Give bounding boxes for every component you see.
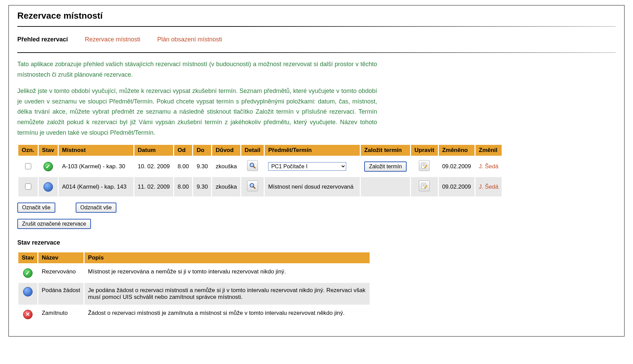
col-subject: Předmět/Termín xyxy=(265,145,360,156)
cell-changed: 09.02.2009 xyxy=(439,157,474,176)
row-checkbox[interactable] xyxy=(25,163,31,169)
cell-to: 9.30 xyxy=(193,157,211,176)
col-room: Místnost xyxy=(59,145,133,156)
legend-name: Podána žádost xyxy=(38,283,83,305)
divider xyxy=(17,52,616,53)
row-checkbox[interactable] xyxy=(25,184,31,190)
edit-icon[interactable] xyxy=(419,180,430,191)
cell-room: A-103 (Karmel) - kap. 30 xyxy=(59,157,133,176)
legend-row: RezervovánoMístnost je rezervována a nem… xyxy=(18,264,370,282)
legend-col-desc: Popis xyxy=(85,252,370,263)
intro-paragraph-2: Jelikož jste v tomto období vyučující, m… xyxy=(17,86,377,138)
cell-subject: PC1 Počítače I xyxy=(265,157,360,176)
legend-desc: Je podána žádost o rezervaci místnosti a… xyxy=(85,283,370,305)
col-status: Stav xyxy=(39,145,58,156)
status-rejected-icon xyxy=(23,310,33,319)
svg-line-1 xyxy=(253,166,255,168)
divider xyxy=(17,26,616,27)
col-create: Založit termín xyxy=(361,145,410,156)
cell-from: 8.00 xyxy=(174,157,192,176)
col-from: Od xyxy=(174,145,192,156)
legend-desc: Žádost o rezervaci místnosti je zamítnut… xyxy=(85,306,370,323)
cell-date: 11. 02. 2009 xyxy=(134,177,173,196)
cancel-selected-button[interactable]: Zrušit označené rezervace xyxy=(17,219,91,229)
intro-paragraph-1: Tato aplikace zobrazuje přehled vašich s… xyxy=(17,59,377,80)
cell-date: 10. 02. 2009 xyxy=(134,157,173,176)
legend-row: ZamítnutoŽádost o rezervaci místnosti je… xyxy=(18,306,370,323)
select-all-button[interactable]: Označit vše xyxy=(17,203,55,213)
status-pending-icon xyxy=(43,182,53,192)
status-reserved-icon xyxy=(23,268,33,278)
selection-buttons: Označit vše Odznačit vše xyxy=(17,203,616,213)
table-row: A-103 (Karmel) - kap. 3010. 02. 20098.00… xyxy=(18,157,502,176)
legend-table: Stav Název Popis RezervovánoMístnost je … xyxy=(17,251,371,324)
legend-col-status: Stav xyxy=(18,252,37,263)
legend-name: Rezervováno xyxy=(38,264,83,282)
col-to: Do xyxy=(193,145,211,156)
deselect-all-button[interactable]: Odznačit vše xyxy=(76,203,116,213)
svg-line-7 xyxy=(253,187,255,189)
cell-changed: 09.02.2009 xyxy=(439,177,474,196)
tab-reserve[interactable]: Rezervace místnosti xyxy=(85,36,140,43)
legend-row: Podána žádostJe podána žádost o rezervac… xyxy=(18,283,370,305)
tab-plan[interactable]: Plán obsazení místnosti xyxy=(157,36,222,43)
tab-overview[interactable]: Přehled rezervací xyxy=(17,36,68,43)
cell-subject: Místnost není dosud rezervovaná xyxy=(265,177,360,196)
col-changed: Změněno xyxy=(439,145,474,156)
magnifier-icon[interactable] xyxy=(247,160,258,171)
status-reserved-icon xyxy=(43,162,53,171)
magnifier-icon[interactable] xyxy=(247,180,258,191)
cell-from: 8.00 xyxy=(174,177,192,196)
subject-select[interactable]: PC1 Počítače I xyxy=(268,162,346,171)
col-mark: Ozn. xyxy=(18,145,38,156)
col-changed-by: Změnil xyxy=(476,145,502,156)
page-container: Rezervace místností Přehled rezervací Re… xyxy=(8,5,625,337)
legend-col-name: Název xyxy=(38,252,83,263)
legend-name: Zamítnuto xyxy=(38,306,83,323)
col-edit: Upravit xyxy=(411,145,438,156)
edit-icon[interactable] xyxy=(419,160,430,171)
legend-desc: Místnost je rezervována a nemůže si ji v… xyxy=(85,264,370,282)
cell-room: A014 (Karmel) - kap. 143 xyxy=(59,177,133,196)
cell-changed-by: J. Šedá xyxy=(476,177,502,196)
cell-reason: zkouška xyxy=(212,177,240,196)
status-pending-icon xyxy=(23,287,33,296)
page-title: Rezervace místností xyxy=(17,11,616,21)
reservations-table: Ozn. Stav Místnost Datum Od Do Důvod Det… xyxy=(17,144,503,197)
col-date: Datum xyxy=(134,145,173,156)
cell-changed-by: J. Šedá xyxy=(476,157,502,176)
create-term-button[interactable]: Založit termín xyxy=(364,161,407,172)
cell-to: 9.30 xyxy=(193,177,211,196)
tab-bar: Přehled rezervací Rezervace místnosti Pl… xyxy=(17,32,616,47)
table-row: A014 (Karmel) - kap. 14311. 02. 20098.00… xyxy=(18,177,502,196)
cell-reason: zkouška xyxy=(212,157,240,176)
legend-title: Stav rezervace xyxy=(17,239,616,246)
col-reason: Důvod xyxy=(212,145,240,156)
col-detail: Detail xyxy=(241,145,264,156)
